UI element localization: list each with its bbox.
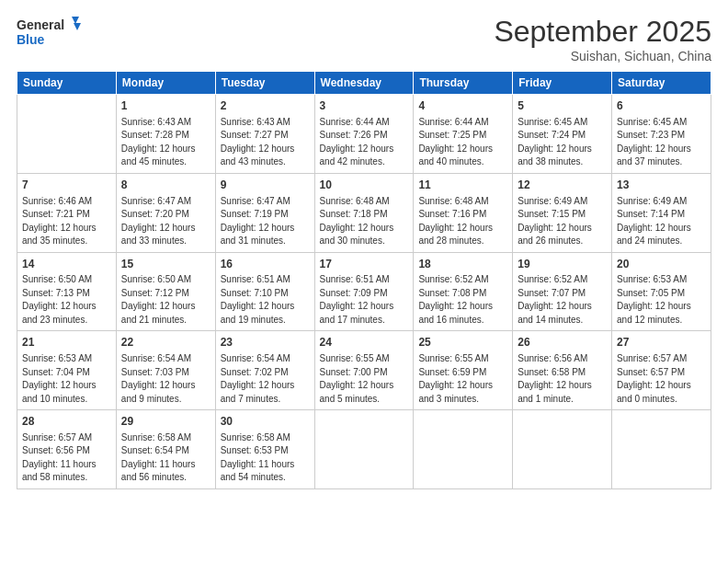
col-header-friday: Friday [513,72,612,95]
calendar-cell: 14Sunrise: 6:50 AM Sunset: 7:13 PM Dayli… [17,252,117,331]
day-number: 5 [518,98,607,114]
day-info: Sunrise: 6:58 AM Sunset: 6:54 PM Dayligh… [121,431,210,485]
col-header-thursday: Thursday [414,72,513,95]
day-number: 16 [221,257,310,272]
calendar-cell: 15Sunrise: 6:50 AM Sunset: 7:12 PM Dayli… [116,252,215,331]
calendar-cell: 3Sunrise: 6:44 AM Sunset: 7:26 PM Daylig… [314,95,414,174]
day-number: 28 [22,414,111,430]
day-info: Sunrise: 6:51 AM Sunset: 7:10 PM Dayligh… [221,273,310,327]
calendar-cell: 1Sunrise: 6:43 AM Sunset: 7:28 PM Daylig… [116,95,215,174]
day-info: Sunrise: 6:47 AM Sunset: 7:20 PM Dayligh… [121,195,210,248]
col-header-monday: Monday [116,72,215,95]
day-info: Sunrise: 6:53 AM Sunset: 7:05 PM Dayligh… [617,273,706,327]
calendar-cell [414,410,513,489]
day-number: 17 [320,257,409,272]
day-info: Sunrise: 6:46 AM Sunset: 7:21 PM Dayligh… [22,195,111,248]
calendar-cell: 24Sunrise: 6:55 AM Sunset: 7:00 PM Dayli… [314,331,414,410]
day-info: Sunrise: 6:47 AM Sunset: 7:19 PM Dayligh… [221,195,310,248]
day-info: Sunrise: 6:44 AM Sunset: 7:25 PM Dayligh… [418,116,507,169]
day-info: Sunrise: 6:45 AM Sunset: 7:24 PM Dayligh… [518,116,607,169]
day-info: Sunrise: 6:58 AM Sunset: 6:53 PM Dayligh… [221,431,310,485]
day-info: Sunrise: 6:43 AM Sunset: 7:27 PM Dayligh… [221,116,310,169]
day-number: 24 [320,335,409,350]
calendar-cell: 25Sunrise: 6:55 AM Sunset: 6:59 PM Dayli… [414,331,513,410]
calendar-cell [513,410,612,489]
day-number: 1 [121,98,210,114]
calendar-cell: 19Sunrise: 6:52 AM Sunset: 7:07 PM Dayli… [513,252,612,331]
day-info: Sunrise: 6:49 AM Sunset: 7:14 PM Dayligh… [617,195,706,248]
day-info: Sunrise: 6:55 AM Sunset: 6:59 PM Dayligh… [418,352,507,406]
day-number: 6 [617,98,706,114]
day-number: 25 [418,335,507,350]
day-info: Sunrise: 6:50 AM Sunset: 7:13 PM Dayligh… [22,273,111,327]
calendar-cell: 21Sunrise: 6:53 AM Sunset: 7:04 PM Dayli… [17,331,117,410]
day-info: Sunrise: 6:48 AM Sunset: 7:18 PM Dayligh… [320,195,409,248]
col-header-wednesday: Wednesday [314,72,414,95]
day-number: 20 [617,257,706,272]
day-info: Sunrise: 6:54 AM Sunset: 7:02 PM Dayligh… [221,352,310,406]
calendar-cell [314,410,414,489]
col-header-tuesday: Tuesday [215,72,314,95]
calendar-cell: 29Sunrise: 6:58 AM Sunset: 6:54 PM Dayli… [116,410,215,489]
day-info: Sunrise: 6:57 AM Sunset: 6:57 PM Dayligh… [617,352,706,406]
calendar-cell: 9Sunrise: 6:47 AM Sunset: 7:19 PM Daylig… [215,173,314,252]
calendar-cell: 30Sunrise: 6:58 AM Sunset: 6:53 PM Dayli… [215,410,314,489]
day-number: 14 [22,257,111,272]
svg-text:General: General [17,17,64,32]
day-number: 2 [221,98,310,114]
day-number: 19 [518,257,607,272]
location-subtitle: Suishan, Sichuan, China [494,49,711,63]
calendar-cell: 5Sunrise: 6:45 AM Sunset: 7:24 PM Daylig… [513,95,612,174]
calendar-cell [612,410,711,489]
day-number: 26 [518,335,607,350]
calendar-cell: 28Sunrise: 6:57 AM Sunset: 6:56 PM Dayli… [17,410,117,489]
day-number: 29 [121,414,210,430]
calendar-cell: 16Sunrise: 6:51 AM Sunset: 7:10 PM Dayli… [215,252,314,331]
calendar-cell: 12Sunrise: 6:49 AM Sunset: 7:15 PM Dayli… [513,173,612,252]
calendar-cell: 7Sunrise: 6:46 AM Sunset: 7:21 PM Daylig… [17,173,117,252]
calendar-cell [17,95,117,174]
day-number: 3 [320,98,409,114]
day-number: 22 [121,335,210,350]
calendar-cell: 13Sunrise: 6:49 AM Sunset: 7:14 PM Dayli… [612,173,711,252]
day-number: 18 [418,257,507,272]
svg-marker-3 [74,23,81,30]
calendar-cell: 4Sunrise: 6:44 AM Sunset: 7:25 PM Daylig… [414,95,513,174]
day-info: Sunrise: 6:45 AM Sunset: 7:23 PM Dayligh… [617,116,706,169]
day-info: Sunrise: 6:56 AM Sunset: 6:58 PM Dayligh… [518,352,607,406]
day-info: Sunrise: 6:54 AM Sunset: 7:03 PM Dayligh… [121,352,210,406]
calendar-cell: 26Sunrise: 6:56 AM Sunset: 6:58 PM Dayli… [513,331,612,410]
calendar-cell: 20Sunrise: 6:53 AM Sunset: 7:05 PM Dayli… [612,252,711,331]
calendar-cell: 22Sunrise: 6:54 AM Sunset: 7:03 PM Dayli… [116,331,215,410]
calendar-cell: 17Sunrise: 6:51 AM Sunset: 7:09 PM Dayli… [314,252,414,331]
col-header-saturday: Saturday [612,72,711,95]
svg-text:Blue: Blue [17,32,45,47]
calendar-cell: 6Sunrise: 6:45 AM Sunset: 7:23 PM Daylig… [612,95,711,174]
calendar-cell: 8Sunrise: 6:47 AM Sunset: 7:20 PM Daylig… [116,173,215,252]
col-header-sunday: Sunday [17,72,117,95]
calendar-table: SundayMondayTuesdayWednesdayThursdayFrid… [17,71,711,489]
day-number: 15 [121,257,210,272]
calendar-cell: 2Sunrise: 6:43 AM Sunset: 7:27 PM Daylig… [215,95,314,174]
title-block: September 2025 Suishan, Sichuan, China [494,15,711,63]
day-info: Sunrise: 6:49 AM Sunset: 7:15 PM Dayligh… [518,195,607,248]
day-number: 9 [221,178,310,193]
day-info: Sunrise: 6:52 AM Sunset: 7:07 PM Dayligh… [518,273,607,327]
day-info: Sunrise: 6:43 AM Sunset: 7:28 PM Dayligh… [121,116,210,169]
day-info: Sunrise: 6:48 AM Sunset: 7:16 PM Dayligh… [418,195,507,248]
day-info: Sunrise: 6:57 AM Sunset: 6:56 PM Dayligh… [22,431,111,485]
calendar-cell: 18Sunrise: 6:52 AM Sunset: 7:08 PM Dayli… [414,252,513,331]
day-number: 10 [320,178,409,193]
calendar-cell: 27Sunrise: 6:57 AM Sunset: 6:57 PM Dayli… [612,331,711,410]
day-number: 21 [22,335,111,350]
day-info: Sunrise: 6:55 AM Sunset: 7:00 PM Dayligh… [320,352,409,406]
day-number: 4 [418,98,507,114]
logo: General Blue [17,15,81,52]
day-info: Sunrise: 6:53 AM Sunset: 7:04 PM Dayligh… [22,352,111,406]
day-number: 7 [22,178,111,193]
day-info: Sunrise: 6:52 AM Sunset: 7:08 PM Dayligh… [418,273,507,327]
day-number: 27 [617,335,706,350]
day-number: 13 [617,178,706,193]
day-number: 30 [221,414,310,430]
calendar-cell: 23Sunrise: 6:54 AM Sunset: 7:02 PM Dayli… [215,331,314,410]
